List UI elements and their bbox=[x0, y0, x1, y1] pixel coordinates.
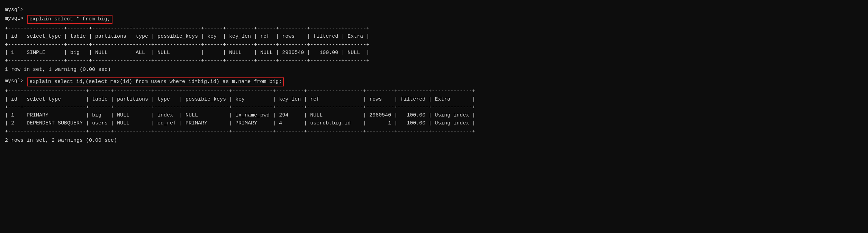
prompt1: mysql> bbox=[5, 15, 24, 23]
table1-output: +----+-------------+-------+------------… bbox=[5, 25, 863, 65]
prompt-label: mysql> bbox=[5, 7, 24, 13]
command2-text: explain select id,(select max(id) from u… bbox=[27, 77, 284, 87]
empty-prompt-line: mysql> bbox=[5, 6, 863, 14]
result2-text: 2 rows in set, 2 warnings (0.00 sec) bbox=[5, 137, 863, 145]
prompt2: mysql> bbox=[5, 77, 24, 85]
command1-text: explain select * from big; bbox=[27, 15, 112, 24]
result1-text: 1 row in set, 1 warning (0.00 sec) bbox=[5, 66, 863, 74]
table2-output: +----+--------------------+-------+-----… bbox=[5, 87, 863, 136]
command1-line: mysql> explain select * from big; bbox=[5, 15, 863, 24]
terminal: mysql> mysql> explain select * from big;… bbox=[5, 3, 863, 151]
command2-line: mysql> explain select id,(select max(id)… bbox=[5, 77, 863, 87]
